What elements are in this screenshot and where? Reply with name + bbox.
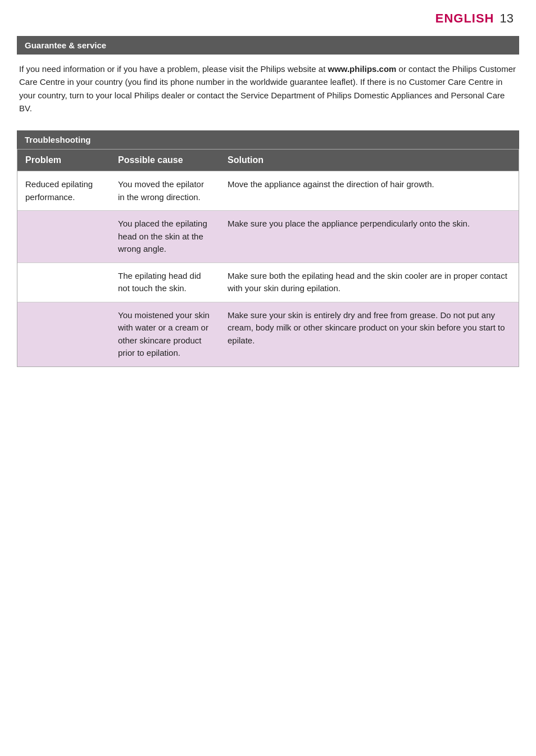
troubleshooting-title: Troubleshooting bbox=[25, 135, 91, 144]
table-row: You placed the epilating head on the ski… bbox=[17, 211, 519, 263]
guarantee-title-bar: Guarantee & service bbox=[17, 36, 519, 55]
page-header: ENGLISH 13 bbox=[17, 11, 519, 26]
table-row: Reduced epilating performance. You moved… bbox=[17, 171, 519, 211]
cell-problem-4 bbox=[17, 302, 110, 366]
cell-problem-1: Reduced epilating performance. bbox=[17, 171, 110, 211]
col-header-cause: Possible cause bbox=[110, 150, 220, 171]
col-header-solution: Solution bbox=[220, 150, 519, 171]
table-header-row: Problem Possible cause Solution bbox=[17, 150, 519, 171]
table-row: You moistened your skin with water or a … bbox=[17, 302, 519, 366]
troubleshooting-table: Problem Possible cause Solution Reduced … bbox=[17, 150, 519, 366]
guarantee-url: www.philips.com bbox=[328, 64, 396, 74]
cell-problem-2 bbox=[17, 211, 110, 263]
cell-solution-3: Make sure both the epilating head and th… bbox=[220, 262, 519, 302]
cell-solution-1: Move the appliance against the direction… bbox=[220, 171, 519, 211]
troubleshooting-title-bar: Troubleshooting bbox=[17, 130, 519, 149]
cell-solution-4: Make sure your skin is entirely dry and … bbox=[220, 302, 519, 366]
table-row: The epilating head did not touch the ski… bbox=[17, 262, 519, 302]
col-header-problem: Problem bbox=[17, 150, 110, 171]
cell-solution-2: Make sure you place the appliance perpen… bbox=[220, 211, 519, 263]
page-number: 13 bbox=[500, 11, 514, 26]
guarantee-text-before: If you need information or if you have a… bbox=[19, 64, 328, 74]
cell-cause-3: The epilating head did not touch the ski… bbox=[110, 262, 220, 302]
troubleshooting-table-wrapper: Problem Possible cause Solution Reduced … bbox=[17, 149, 519, 367]
cell-cause-2: You placed the epilating head on the ski… bbox=[110, 211, 220, 263]
cell-cause-1: You moved the epilator in the wrong dire… bbox=[110, 171, 220, 211]
language-label: ENGLISH bbox=[435, 11, 494, 26]
cell-problem-3 bbox=[17, 262, 110, 302]
cell-cause-4: You moistened your skin with water or a … bbox=[110, 302, 220, 366]
guarantee-title: Guarantee & service bbox=[25, 40, 106, 50]
guarantee-body: If you need information or if you have a… bbox=[17, 62, 519, 115]
